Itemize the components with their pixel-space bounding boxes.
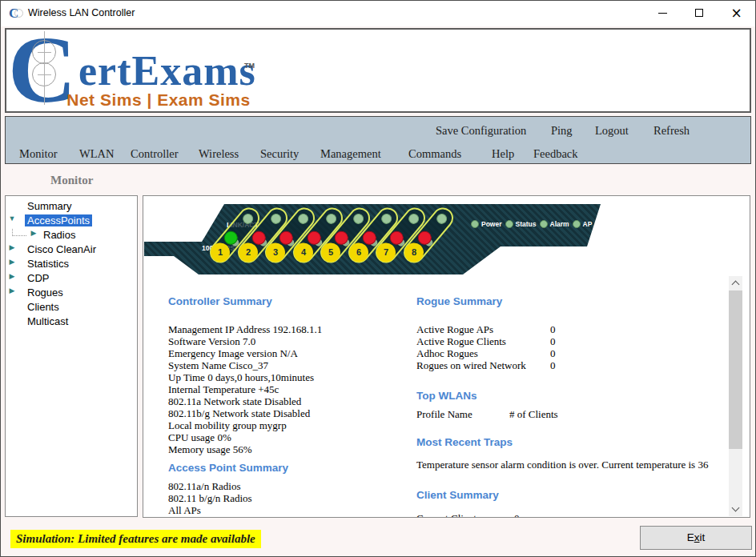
minimize-button[interactable] [645,1,681,26]
menu-controller[interactable]: Controller [131,147,179,161]
tree-item-label[interactable]: Statistics [25,258,71,270]
device-faceplate-image: LINK/ACT 100 MBPS 1 2 3 4 5 [144,203,601,275]
led-dot [573,220,581,228]
controller-summary-title: Controller Summary [168,295,408,307]
scroll-down-icon[interactable] [732,504,740,512]
link-led [268,211,283,226]
page-title: Monitor [50,174,93,187]
logo-banner: C ertExams TM Net Sims | Exam Sims [5,28,751,113]
menu-management[interactable]: Management [320,147,381,161]
tree-item-label[interactable]: Summary [25,200,74,212]
link-led [296,211,310,226]
summary-line: All APs [168,504,408,516]
rogue-summary-title: Rogue Summary [416,295,730,307]
link-led [379,211,393,226]
summary-line: 802.11b/g Network state Disabled [168,407,408,419]
wlan-col2: # of Clients [509,408,558,420]
simulation-notice: Simulation: Limited features are made av… [10,530,261,548]
rogue-row: Adhoc Rogues0 [416,347,730,359]
trademark-symbol: TM [244,62,255,70]
menu-wlan[interactable]: WLAN [79,147,115,161]
link-led [240,211,255,226]
tree-item-label[interactable]: Rogues [25,287,66,299]
menu-wireless[interactable]: Wireless [199,147,239,161]
link-led [351,211,365,226]
chevron-right-icon[interactable]: ▶ [28,229,39,237]
trap-message: Temperature sensor alarm condition is ov… [416,459,730,471]
vertical-scrollbar[interactable] [729,276,742,516]
menu-ping[interactable]: Ping [551,124,573,138]
title-bar: C Wireless LAN Controller × [1,1,755,26]
app-icon: C [9,6,23,22]
maximize-icon [695,9,703,17]
compass-tick [38,52,51,53]
menu-monitor[interactable]: Monitor [19,147,58,161]
wlc-window: C Wireless LAN Controller × C ertExams T… [0,0,756,557]
summary-line: CPU usage 0% [168,431,408,443]
chevron-right-icon[interactable]: ▶ [6,258,18,266]
compass-tick [38,74,51,75]
rogue-row: Rogues on wired Network0 [416,359,730,371]
link-led [324,211,338,226]
summary-line: 802.11a/n Radios [168,480,408,492]
led-dot [540,220,548,228]
led-dot [505,220,513,228]
rogue-value: 0 [550,347,556,359]
rogue-row: Active Rogue APs0 [416,323,730,335]
link-led [406,211,420,226]
rogue-value: 0 [550,335,556,347]
tree-item-label[interactable]: Cisco CleanAir [25,243,99,255]
rogue-summary-section: Rogue Summary Active Rogue APs0 Active R… [416,295,730,518]
client-row: Current Clients0 [416,512,730,518]
logo-wordmark: ertExams [78,47,256,94]
tree-item-label[interactable]: Clients [25,301,62,313]
content-panel: LINK/ACT 100 MBPS 1 2 3 4 5 [143,195,750,518]
summary-line: Internal Temperature +45c [168,383,408,395]
summary-line: Up Time 0 days,0 hours,10minutes [168,371,408,383]
tree-item-label[interactable]: Multicast [25,315,70,327]
chevron-right-icon[interactable]: ▶ [6,272,18,280]
navigation-tree: Summary ▼ AccessPoints ▶ Radios ▶ Cisco … [5,195,138,517]
menu-commands[interactable]: Commands [408,147,461,161]
tree-item-label[interactable]: AccessPoints [25,214,92,226]
tree-item-label[interactable]: CDP [25,272,51,284]
alarm-led: Alarm [540,220,569,228]
summary-line: System Name Cisco_37 [168,359,408,371]
menu-help[interactable]: Help [492,147,514,161]
rogue-value: 0 [550,359,556,371]
link-led [434,211,448,226]
menu-save-configuration[interactable]: Save Configuration [436,124,526,138]
controller-summary-section: Controller Summary Management IP Address… [168,295,408,516]
logo-tagline: Net Sims | Exam Sims [62,90,255,110]
menu-logout[interactable]: Logout [595,124,629,138]
tree-connector-line [12,229,26,236]
menu-bar: Save Configuration Ping Logout Refresh M… [5,116,751,164]
ap-led: AP [573,220,593,228]
menu-feedback[interactable]: Feedback [533,147,578,161]
close-icon: × [718,1,754,26]
client-value: 0 [514,512,520,518]
close-button[interactable]: × [718,1,754,26]
summary-line: Memory usage 56% [168,443,408,455]
exit-button[interactable]: Exit [640,526,752,550]
summary-line: Management IP Address 192.168.1.1 [168,323,408,335]
chevron-down-icon[interactable]: ▼ [6,214,18,222]
summary-line: Emergency Image version N/A [168,347,408,359]
tree-item-label[interactable]: Radios [41,229,78,241]
menu-refresh[interactable]: Refresh [653,124,690,138]
menu-security[interactable]: Security [260,147,299,161]
chevron-right-icon[interactable]: ▶ [6,287,18,295]
access-point-summary-title: Access Point Summary [168,462,408,474]
summary-line: 802.11a Network state Disabled [168,395,408,407]
scrollbar-thumb[interactable] [729,291,742,449]
maximize-button[interactable] [682,1,718,26]
most-recent-traps-title: Most Recent Traps [416,436,730,448]
power-led: Power [471,220,502,228]
rogue-row: Active Rogue Clients0 [416,335,730,347]
minimize-icon [658,13,667,14]
chevron-right-icon[interactable]: ▶ [6,243,18,251]
summary-line: Software Version 7.0 [168,335,408,347]
scroll-up-icon[interactable] [732,281,740,289]
status-led: Status [505,220,537,228]
client-summary-title: Client Summary [416,489,730,501]
